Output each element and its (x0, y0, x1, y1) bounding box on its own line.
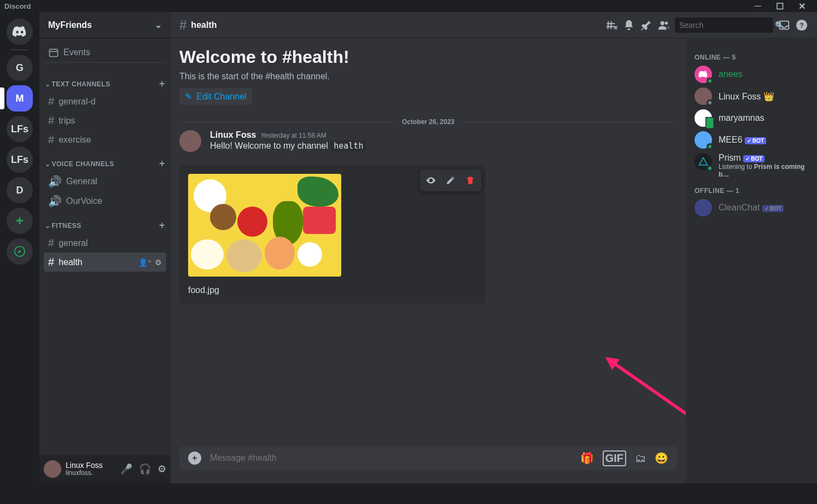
message-text: Hello! Welcome to my channel health (210, 141, 677, 151)
gear-icon[interactable]: ⚙ (155, 258, 162, 267)
pinned-button[interactable] (640, 19, 653, 32)
app-name: Discord (4, 2, 31, 10)
category-text-channels[interactable]: ⌄ TEXT CHANNELS + (44, 69, 166, 92)
channel-trips[interactable]: #trips (44, 111, 166, 130)
inbox-button[interactable] (778, 19, 791, 32)
avatar (695, 66, 712, 83)
message-composer: + 🎁 GIF 🗂 😀 (179, 446, 677, 470)
window-maximize[interactable]: ☐ (769, 1, 791, 11)
guild-m[interactable]: M (7, 85, 33, 112)
avatar (695, 153, 712, 171)
mobile-status-icon (705, 117, 714, 129)
user-footer: Linux Foss linuxfoss. 🎤 🎧 ⚙ (39, 455, 171, 483)
message-author[interactable]: Linux Foss (210, 130, 256, 140)
delete-attachment-button[interactable] (462, 172, 479, 189)
events-label: Events (63, 48, 90, 57)
members-toggle-button[interactable] (657, 19, 670, 32)
member-name: CleanChat ✓ BOT (719, 203, 784, 213)
help-button[interactable]: ? (795, 19, 808, 32)
notifications-button[interactable] (622, 19, 635, 32)
bot-tag: ✓ BOT (743, 155, 765, 162)
upload-preview: food.jpg (179, 165, 486, 304)
calendar-icon (48, 47, 59, 58)
hash-icon: # (48, 95, 54, 108)
compass-icon (14, 245, 26, 257)
chevron-down-icon: ⌄ (45, 80, 51, 88)
hash-icon: # (48, 256, 54, 268)
edit-channel-button[interactable]: ✎ Edit Channel (179, 88, 252, 105)
svg-point-3 (661, 21, 664, 25)
member-maryamnas[interactable]: maryamnas (690, 107, 813, 129)
member-anees[interactable]: anees (690, 63, 813, 85)
search-box[interactable]: 🔍 (675, 17, 773, 33)
add-channel-button[interactable]: + (159, 220, 165, 231)
status-indicator (707, 165, 713, 172)
members-offline-header: OFFLINE — 1 (690, 180, 813, 197)
channel-health[interactable]: # health 👤⁺ ⚙ (44, 253, 166, 272)
attachment-thumbnail[interactable] (188, 174, 341, 277)
crown-icon: 👑 (763, 92, 774, 101)
message-list: Welcome to #health! This is the start of… (171, 38, 686, 483)
welcome-subtext: This is the start of the #health channel… (179, 72, 677, 81)
sticker-button[interactable]: 🗂 (635, 452, 646, 465)
chevron-down-icon: ⌄ (45, 160, 51, 168)
mute-button[interactable]: 🎤 (120, 463, 132, 475)
member-cleanchat[interactable]: CleanChat ✓ BOT (690, 197, 813, 219)
emoji-button[interactable]: 😀 (655, 452, 668, 465)
add-channel-button[interactable]: + (159, 158, 165, 169)
voice-channel-general[interactable]: 🔊General (44, 172, 166, 191)
hash-icon: # (48, 133, 54, 146)
channel-general[interactable]: #general (44, 233, 166, 253)
member-prism[interactable]: Prism ✓ BOT Listening to Prism is coming… (690, 151, 813, 180)
guild-lfs1[interactable]: LFs (7, 116, 33, 142)
settings-button[interactable]: ⚙ (157, 463, 166, 475)
member-linux-foss[interactable]: Linux Foss 👑 (690, 85, 813, 107)
add-channel-button[interactable]: + (159, 78, 165, 90)
speaker-icon: 🔊 (48, 195, 62, 208)
svg-rect-1 (50, 49, 58, 56)
deafen-button[interactable]: 🎧 (139, 463, 151, 475)
member-list: ONLINE — 5 anees Linux Foss 👑 (686, 38, 817, 483)
guild-selection-pill (0, 87, 4, 109)
invite-icon[interactable]: 👤⁺ (138, 258, 151, 267)
welcome-block: Welcome to #health! This is the start of… (179, 47, 677, 105)
chevron-down-icon: ⌄ (45, 222, 51, 230)
guild-home[interactable] (7, 19, 33, 45)
explore-servers-button[interactable] (7, 238, 33, 265)
gift-button[interactable]: 🎁 (580, 452, 594, 465)
status-indicator (707, 99, 713, 106)
guild-d[interactable]: D (7, 177, 33, 203)
edit-attachment-button[interactable] (442, 172, 459, 189)
hash-icon: # (48, 114, 54, 127)
member-mee6[interactable]: MEE6 ✓ BOT (690, 129, 813, 151)
hash-icon: # (179, 17, 186, 33)
message-input[interactable] (210, 453, 571, 463)
bot-tag: ✓ BOT (762, 205, 784, 212)
message: Linux Foss Yesterday at 11:58 AM Hello! … (179, 130, 677, 152)
search-input[interactable] (679, 21, 775, 30)
gif-button[interactable]: GIF (603, 450, 626, 466)
guild-lfs2[interactable]: LFs (7, 146, 33, 173)
events-button[interactable]: Events (44, 43, 166, 63)
avatar (695, 109, 712, 127)
category-fitness[interactable]: ⌄ FITNESS + (44, 211, 166, 233)
threads-button[interactable] (605, 19, 618, 32)
user-username: linuxfoss. (66, 470, 103, 477)
attach-button[interactable]: + (188, 452, 201, 465)
channel-general-d[interactable]: #general-d (44, 92, 166, 111)
channel-sidebar: MyFriends ⌄ Events ⌄ TEXT CHANNELS + #ge… (39, 12, 171, 483)
member-name: anees (719, 69, 743, 79)
date-divider: October 26, 2023 (179, 118, 677, 126)
avatar[interactable] (179, 130, 201, 152)
category-voice-channels[interactable]: ⌄ VOICE CHANNELS + (44, 149, 166, 172)
guild-g[interactable]: G (7, 55, 33, 81)
voice-channel-ourvoice[interactable]: 🔊OurVoice (44, 191, 166, 211)
add-server-button[interactable]: + (7, 208, 33, 234)
channel-exercise[interactable]: #exercise (44, 130, 166, 149)
window-close[interactable]: ✕ (791, 1, 813, 11)
window-minimize[interactable]: ─ (747, 1, 769, 11)
avatar (695, 87, 712, 105)
spoiler-button[interactable] (422, 172, 440, 189)
server-header[interactable]: MyFriends ⌄ (39, 12, 171, 38)
avatar[interactable] (44, 460, 61, 478)
